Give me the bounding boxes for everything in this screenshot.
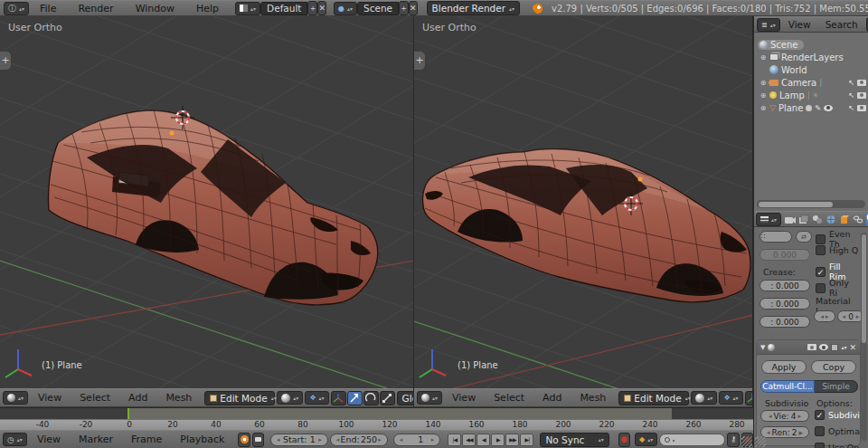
menu-view[interactable]: View [30, 392, 70, 404]
transform-orientation-select[interactable]: Global▴▾ [397, 391, 413, 405]
menu-view[interactable]: View [444, 392, 484, 404]
jump-to-end-button[interactable]: ▶| [520, 434, 533, 446]
manipulator-toggle-button[interactable] [745, 391, 752, 405]
translate-manipulator-button[interactable] [347, 391, 363, 405]
menu-view[interactable]: View [782, 19, 817, 30]
delete-layout-button[interactable]: ✕ [317, 1, 326, 15]
scrollbar-thumb[interactable] [759, 202, 833, 207]
decrement-arrow-icon[interactable]: ◂ [336, 436, 340, 443]
current-frame-cursor[interactable] [127, 408, 129, 419]
menu-mesh[interactable]: Mesh [571, 392, 614, 404]
delete-modifier-icon[interactable]: ✕ [849, 343, 856, 352]
editmode-display-icon[interactable] [831, 344, 838, 351]
menu-render[interactable]: Render [67, 3, 124, 14]
catmull-clark-toggle[interactable]: Catmull-Cl... [760, 380, 815, 393]
high-quality-checkbox[interactable]: High Q [816, 245, 858, 255]
add-scene-button[interactable]: ＋ [399, 1, 409, 15]
editor-resize-grip[interactable] [741, 436, 752, 447]
menu-mesh[interactable]: Mesh [157, 392, 200, 404]
crease-outer-field[interactable]: : 0.000 [760, 298, 810, 310]
active-keying-set-field[interactable] [659, 434, 725, 446]
tab-object[interactable] [839, 213, 850, 226]
tab-render-layers[interactable] [798, 213, 809, 226]
outliner-row-renderlayers[interactable]: ⊕ RenderLayers [754, 51, 868, 63]
play-reverse-button[interactable]: ◀ [476, 434, 490, 446]
scrollbar-thumb[interactable] [862, 234, 866, 343]
menu-help[interactable]: Help [185, 3, 230, 14]
scale-manipulator-button[interactable] [380, 391, 395, 405]
decrement-arrow-icon[interactable]: ◂ [277, 436, 280, 443]
viewport-canvas-right[interactable] [414, 16, 753, 389]
menu-add[interactable]: Add [534, 392, 570, 404]
scene-name[interactable]: Scene [357, 2, 399, 15]
apply-button[interactable]: Apply [761, 360, 807, 374]
play-button[interactable]: ▶ [491, 434, 505, 446]
menu-file[interactable]: File [29, 3, 67, 14]
only-rim-checkbox[interactable]: Only Ri [816, 278, 859, 298]
decrement-arrow-icon[interactable]: ◂ [400, 436, 403, 443]
tab-scene[interactable] [812, 213, 823, 226]
viewport-right[interactable]: User Ortho + (1) Plane ▴▾ View Select Ad… [414, 16, 753, 407]
simple-toggle[interactable]: Simple [815, 380, 858, 393]
render-restrict-icon[interactable] [857, 92, 866, 99]
viewport-canvas-left[interactable] [0, 16, 414, 389]
outliner-horizontal-scrollbar[interactable] [757, 200, 865, 208]
mode-select[interactable]: Edit Mode▴▾ [204, 391, 275, 405]
outliner-row-scene[interactable]: Scene [754, 38, 868, 51]
subdivide-uvs-checkbox[interactable]: ✓Subdivi [815, 410, 860, 420]
collapse-arrow-icon[interactable]: ▼ [760, 344, 765, 351]
expand-icon[interactable]: ⊕ [760, 91, 767, 100]
insert-keyframe-button[interactable]: ⚷ [727, 433, 739, 447]
increment-arrow-icon[interactable]: ▸ [378, 436, 382, 443]
editor-type-3dview[interactable]: ▴▾ [417, 391, 442, 405]
move-modifier-updown-icon[interactable]: ▴▾ [841, 345, 846, 349]
prev-keyframe-button[interactable]: ◀◀ [462, 434, 476, 446]
increment-arrow-icon[interactable]: ▸ [318, 436, 322, 443]
render-visibility-icon[interactable] [807, 344, 816, 350]
screen-layout-icon-button[interactable]: ▴▾ [235, 2, 260, 15]
tab-constraints[interactable] [853, 213, 863, 226]
render-engine-select[interactable]: Blender Render▴▾ [427, 1, 520, 15]
auto-keyframe-record-button[interactable] [618, 433, 630, 447]
viewport-visibility-icon[interactable] [819, 344, 828, 350]
invert-vertex-group-button[interactable]: ⇄ [796, 231, 812, 243]
scene-icon-button[interactable]: ●▴▾ [334, 2, 357, 15]
tab-render[interactable] [784, 213, 796, 226]
tab-world[interactable] [826, 213, 836, 226]
crease-inner-field[interactable]: : 0.000 [760, 280, 810, 291]
optimal-display-checkbox[interactable]: Optima [815, 426, 860, 436]
render-restrict-icon[interactable] [857, 80, 866, 86]
viewport-shading-select[interactable]: ▴▾ [691, 391, 717, 405]
expand-icon[interactable]: ⊕ [760, 79, 767, 87]
current-frame-field[interactable]: ◂1▸ [393, 434, 441, 446]
eye-visibility-icon[interactable] [824, 105, 833, 111]
sync-mode-select[interactable]: No Sync▴▾ [540, 433, 609, 447]
render-restrict-icon[interactable] [857, 105, 866, 111]
vertex-group-field[interactable] [760, 231, 792, 243]
selectable-arrow-icon[interactable]: ↖ [848, 79, 854, 87]
menu-view[interactable]: View [29, 434, 69, 445]
viewport-shading-select[interactable]: ▴▾ [277, 391, 303, 405]
outliner-row-plane[interactable]: ⊕ ▽ Plane ✎ ↖ [754, 101, 868, 114]
selectable-arrow-icon[interactable]: ↖ [848, 91, 854, 100]
selectable-arrow-icon[interactable]: ↖ [848, 104, 854, 112]
delete-scene-button[interactable]: ✕ [409, 1, 418, 15]
editor-type-timeline[interactable]: ◷▴▾ [3, 433, 27, 446]
menu-frame[interactable]: Frame [123, 434, 170, 445]
end-frame-field[interactable]: ◂End:250▸ [330, 434, 388, 446]
editor-resize-grip[interactable] [755, 436, 766, 447]
menu-search[interactable]: Search [819, 19, 864, 30]
editor-type-properties[interactable]: ▴▾ [756, 213, 781, 226]
pivot-point-select[interactable]: ❖▴▾ [305, 391, 328, 405]
menu-select[interactable]: Select [71, 392, 118, 404]
next-keyframe-button[interactable]: ▶▶ [505, 434, 519, 446]
add-layout-button[interactable]: ＋ [307, 1, 317, 15]
editor-type-outliner[interactable]: ≣▴▾ [757, 18, 780, 32]
start-frame-field[interactable]: ◂Start:1▸ [270, 434, 328, 446]
subsurf-panel-header[interactable]: ▼ ▴▾ ✕ [757, 340, 860, 355]
expand-icon[interactable]: ⊕ [760, 53, 767, 62]
toolshelf-expand-tab[interactable]: + [414, 51, 426, 71]
mode-select[interactable]: Edit Mode▴▾ [618, 391, 689, 405]
view-subdivisions-field[interactable]: ◂Vie:4▸ [760, 410, 809, 422]
manipulator-toggle-button[interactable] [331, 391, 346, 405]
